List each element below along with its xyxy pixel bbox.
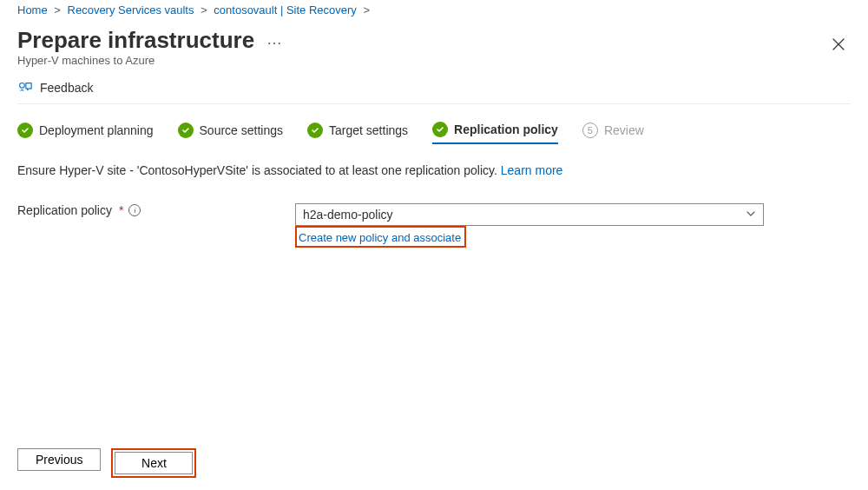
step-source-settings[interactable]: Source settings [178, 122, 284, 143]
svg-point-0 [20, 83, 25, 88]
info-icon[interactable]: i [128, 204, 141, 216]
learn-more-link[interactable]: Learn more [501, 163, 563, 177]
check-icon [17, 122, 33, 138]
breadcrumb-contosovault-site-recovery[interactable]: contosovault | Site Recovery [214, 3, 357, 17]
chevron-down-icon [746, 209, 756, 222]
breadcrumb-recovery-services-vaults[interactable]: Recovery Services vaults [68, 3, 194, 17]
step-label: Target settings [329, 123, 408, 137]
description-text: Ensure Hyper-V site - 'ContosoHyperVSite… [17, 163, 851, 177]
replication-policy-dropdown[interactable]: h2a-demo-policy [295, 203, 764, 226]
close-button[interactable] [826, 32, 851, 56]
next-button[interactable]: Next [115, 452, 193, 474]
step-label: Source settings [200, 123, 284, 137]
step-label: Deployment planning [39, 123, 154, 137]
breadcrumb-separator: > [54, 3, 61, 17]
check-icon [307, 122, 323, 138]
page-title: Prepare infrastructure [17, 27, 254, 54]
breadcrumb: Home > Recovery Services vaults > contos… [17, 0, 851, 17]
breadcrumb-separator: > [201, 3, 207, 17]
step-number-icon: 5 [582, 122, 598, 138]
dropdown-value: h2a-demo-policy [303, 208, 393, 222]
breadcrumb-home[interactable]: Home [17, 3, 48, 17]
step-review[interactable]: 5 Review [582, 122, 644, 143]
feedback-icon [17, 81, 33, 95]
description-body: Ensure Hyper-V site - 'ContosoHyperVSite… [17, 163, 501, 177]
step-target-settings[interactable]: Target settings [307, 122, 408, 143]
page-subtitle: Hyper-V machines to Azure [17, 54, 282, 67]
check-icon [178, 122, 194, 138]
previous-button[interactable]: Previous [17, 448, 101, 471]
feedback-link[interactable]: Feedback [40, 81, 93, 95]
breadcrumb-separator: > [363, 3, 370, 17]
replication-policy-label: Replication policy [17, 203, 112, 217]
wizard-steps: Deployment planning Source settings Targ… [17, 122, 851, 144]
check-icon [432, 122, 448, 137]
more-actions-icon[interactable]: … [266, 31, 282, 47]
create-new-policy-link[interactable]: Create new policy and associate [299, 231, 461, 244]
required-indicator: * [119, 203, 123, 217]
close-icon [832, 38, 845, 50]
step-replication-policy[interactable]: Replication policy [432, 122, 558, 144]
step-label: Replication policy [454, 122, 558, 136]
step-label: Review [604, 123, 644, 137]
step-deployment-planning[interactable]: Deployment planning [17, 122, 154, 143]
